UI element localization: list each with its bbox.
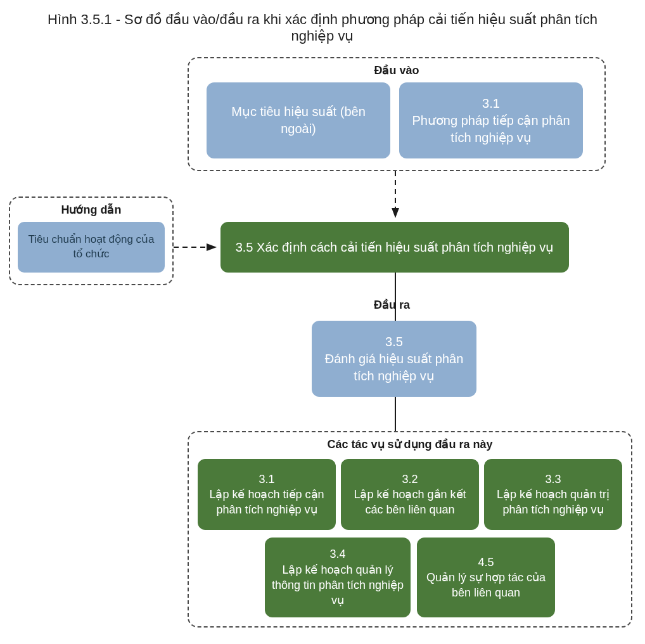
task-box-2: 3.3 Lập kế hoạch quản trị phân tích nghi… [484, 459, 622, 530]
input-box-0-text: Mục tiêu hiệu suất (bên ngoài) [213, 103, 384, 138]
tasks-label: Các tác vụ sử dụng đầu ra này [189, 437, 631, 451]
task-box-1: 3.2 Lập kế hoạch gắn kết các bên liên qu… [341, 459, 479, 530]
line-center-to-output [389, 273, 402, 321]
output-box: 3.5 Đánh giá hiệu suất phân tích nghiệp … [312, 321, 476, 397]
task-1-num: 3.2 [402, 472, 418, 487]
center-box: 3.5 Xác định cách cải tiến hiệu suất phâ… [220, 222, 569, 273]
task-2-text: Lập kế hoạch quản trị phân tích nghiệp v… [490, 487, 616, 518]
task-3-text: Lập kế hoạch quản lý thông tin phân tích… [271, 562, 404, 609]
center-text: 3.5 Xác định cách cải tiến hiệu suất phâ… [236, 239, 554, 256]
input-box-1: 3.1 Phương pháp tiếp cận phân tích nghiệ… [399, 82, 583, 158]
guide-item-text: Tiêu chuẩn hoạt động của tổ chức [24, 233, 158, 262]
input-box-1-text: Phương pháp tiếp cận phân tích nghiệp vụ [406, 112, 577, 146]
guide-label: Hướng dẫn [10, 203, 172, 217]
output-text: Đánh giá hiệu suất phân tích nghiệp vụ [318, 351, 470, 385]
task-2-num: 3.3 [545, 472, 561, 487]
output-label: Đầu ra [374, 298, 410, 312]
task-box-0: 3.1 Lập kế hoạch tiếp cận phân tích nghi… [198, 459, 336, 530]
task-box-3: 3.4 Lập kế hoạch quản lý thông tin phân … [265, 538, 411, 617]
guide-item: Tiêu chuẩn hoạt động của tổ chức [18, 222, 165, 273]
figure-title: Hình 3.5.1 - Sơ đồ đầu vào/đầu ra khi xá… [32, 11, 613, 44]
inputs-label: Đầu vào [189, 63, 604, 77]
input-box-1-num: 3.1 [482, 95, 500, 112]
arrow-inputs-to-center [389, 171, 402, 222]
output-num: 3.5 [385, 333, 403, 351]
arrow-guide-to-center [174, 241, 220, 254]
task-1-text: Lập kế hoạch gắn kết các bên liên quan [347, 487, 473, 518]
input-box-0: Mục tiêu hiệu suất (bên ngoài) [207, 82, 390, 158]
line-output-to-tasks [389, 397, 402, 431]
task-4-num: 4.5 [478, 555, 494, 570]
task-3-num: 3.4 [329, 546, 345, 562]
task-0-num: 3.1 [259, 472, 274, 487]
task-4-text: Quản lý sự hợp tác của bên liên quan [423, 570, 549, 601]
task-box-4: 4.5 Quản lý sự hợp tác của bên liên quan [417, 538, 555, 617]
task-0-text: Lập kế hoạch tiếp cận phân tích nghiệp v… [204, 487, 329, 518]
